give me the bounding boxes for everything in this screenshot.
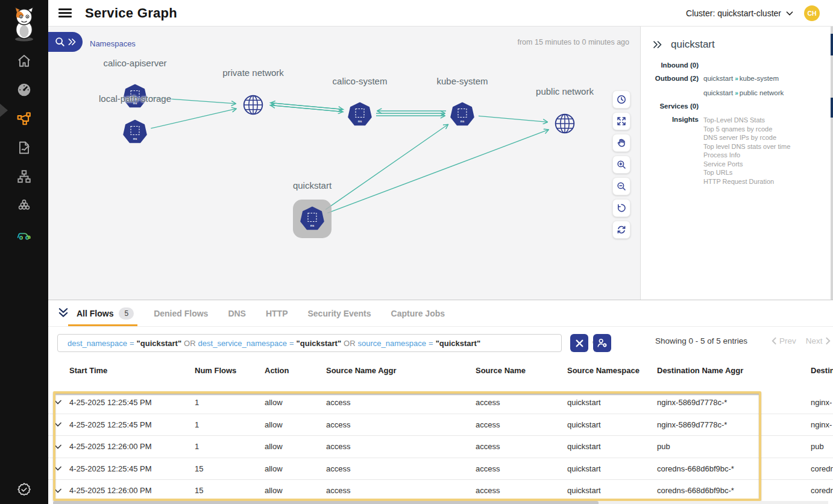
details-panel: quickstart Inbound (0) Outbound (2) quic… [640,27,831,300]
cell-action: allow [265,398,326,407]
service-graph-icon [16,111,32,127]
row-expand-chevron-icon[interactable] [54,488,69,493]
time-range-label: from 15 minutes to 0 minutes ago [517,38,629,46]
zoom-out-button[interactable] [612,177,630,195]
column-header[interactable]: Destination Name [811,366,833,376]
insight-link[interactable]: Top 5 qnames by rcode [703,125,790,134]
tab-all-flows[interactable]: All Flows5 [77,307,134,320]
hamburger-menu-icon[interactable] [58,8,72,17]
tab-http[interactable]: HTTP [266,309,288,318]
service-graph-canvas[interactable]: Namespaces from 15 minutes to 0 minutes … [48,27,640,300]
insight-link[interactable]: Service Ports [703,160,790,169]
pan-hand-button[interactable] [612,134,630,152]
sidebar-item-workloads[interactable] [11,197,37,215]
sidebar-item-compliance[interactable] [11,481,37,499]
row-expand-chevron-icon[interactable] [54,400,69,405]
cell-action: allow [265,486,326,495]
fit-screen-button[interactable] [612,112,630,130]
sidebar-item-service-graph[interactable] [11,110,37,128]
next-page-button[interactable]: Next [806,336,831,345]
flow-row[interactable]: 4-25-2025 12:26:00 PM15allowaccessaccess… [48,479,833,502]
flow-row[interactable]: 4-25-2025 12:26:00 PM1allowaccessaccessq… [48,435,833,458]
filter-token-keyword: OR [184,339,196,348]
filter-token-op: = [429,339,433,348]
sidebar-item-policies[interactable] [11,139,37,157]
column-header[interactable]: Source Name Aggr [326,366,476,376]
insight-link[interactable]: Top level DNS stats over time [703,142,790,151]
outbound-entry[interactable]: quickstart»public network [703,89,784,96]
tab-capture-jobs[interactable]: Capture Jobs [391,309,445,318]
horizontal-scrollbar[interactable] [53,501,828,504]
insight-link[interactable]: Top URLs [703,168,790,177]
tab-denied-flows[interactable]: Denied Flows [154,309,208,318]
filter-query-input[interactable]: dest_namespace="quickstart"ORdest_servic… [57,334,562,352]
prev-page-button[interactable]: Prev [772,336,796,345]
graph-node-public-network[interactable]: public network [553,112,576,135]
insight-link[interactable]: Top-Level DNS Stats [703,116,790,125]
graph-node-private-network[interactable]: private network [242,93,265,116]
right-scrollbar[interactable] [831,27,833,300]
sidebar-item-home[interactable] [11,52,37,70]
cell-num_flows: 1 [195,398,265,407]
cell-source_name_aggr: access [326,398,476,407]
column-header[interactable]: Action [265,366,326,376]
refresh-button[interactable] [612,221,630,239]
tab-security-events[interactable]: Security Events [308,309,371,318]
sidebar-nav [0,52,48,244]
cluster-selector-label: Cluster: quickstart-cluster [686,8,781,18]
flow-row[interactable]: 4-25-2025 12:25:45 PM15allowaccessaccess… [48,458,833,480]
flows-tabs-row: All Flows5Denied FlowsDNSHTTPSecurity Ev… [48,300,833,327]
graph-node-kube-system[interactable]: kube-systemns [450,102,474,127]
insight-link[interactable]: DNS server IPs by rcode [703,133,790,142]
collapse-flows-icon[interactable] [58,307,69,318]
cell-start_time: 4-25-2025 12:26:00 PM [69,442,195,451]
column-header[interactable]: Num Flows [195,366,265,376]
filter-token-value: "quickstart" [436,339,480,348]
cell-source_namespace: quickstart [567,420,657,429]
row-expand-chevron-icon[interactable] [54,422,69,427]
cell-source_namespace: quickstart [567,464,657,473]
active-tab-underline [68,324,137,326]
column-header[interactable]: Start Time [69,366,195,376]
cell-num_flows: 1 [195,420,265,429]
column-header[interactable]: Destination Name Aggr [657,366,811,376]
tab-dns[interactable]: DNS [228,309,246,318]
cell-num_flows: 1 [195,442,265,451]
clock-button[interactable] [612,90,630,109]
pager: Prev Next [772,336,831,345]
row-expand-chevron-icon[interactable] [54,444,69,449]
row-expand-chevron-icon[interactable] [54,466,69,471]
node-label: public network [536,86,594,96]
column-header[interactable]: Source Name [476,366,567,376]
insight-link[interactable]: HTTP Request Duration [703,177,790,186]
collapse-panel-icon[interactable] [653,40,662,49]
graph-node-quickstart[interactable]: quickstartns [300,206,324,232]
undo-button[interactable] [612,199,630,217]
inbound-label: Inbound (0) [652,61,699,69]
flow-row[interactable]: 4-25-2025 12:25:45 PM1allowaccessaccessq… [48,414,833,436]
zoom-in-button[interactable] [612,156,630,174]
graph-search-pill[interactable] [48,32,83,52]
calico-cat-logo-icon[interactable] [8,5,40,42]
graph-toolbar [612,90,630,239]
clear-filter-button[interactable] [570,334,588,352]
fit-screen-icon [616,116,627,127]
insight-link[interactable]: Process Info [703,151,790,160]
avatar[interactable]: CH [804,5,820,21]
refresh-icon [616,224,627,235]
flow-row[interactable]: 4-25-2025 12:25:45 PM1allowaccessaccessq… [48,391,833,414]
sidebar [0,0,48,504]
cell-start_time: 4-25-2025 12:26:00 PM [69,486,195,495]
outbound-entry[interactable]: quickstart»kube-system [703,75,779,82]
cluster-selector[interactable]: Cluster: quickstart-cluster [686,8,793,18]
cell-source_name_aggr: access [326,464,476,473]
sidebar-item-network[interactable] [11,168,37,186]
column-header[interactable]: Source Namespace [567,366,657,376]
sidebar-item-dashboard[interactable] [11,81,37,99]
cell-dest_name_aggr: coredns-668d6bf9bc-* [657,486,811,495]
sidebar-item-car[interactable] [11,225,37,244]
graph-node-calico-system[interactable]: calico-systemns [348,102,372,127]
edit-columns-button[interactable] [593,334,611,352]
graph-node-local-path-storage[interactable]: local-path-storagens [123,119,147,145]
breadcrumb[interactable]: Namespaces [90,39,136,48]
